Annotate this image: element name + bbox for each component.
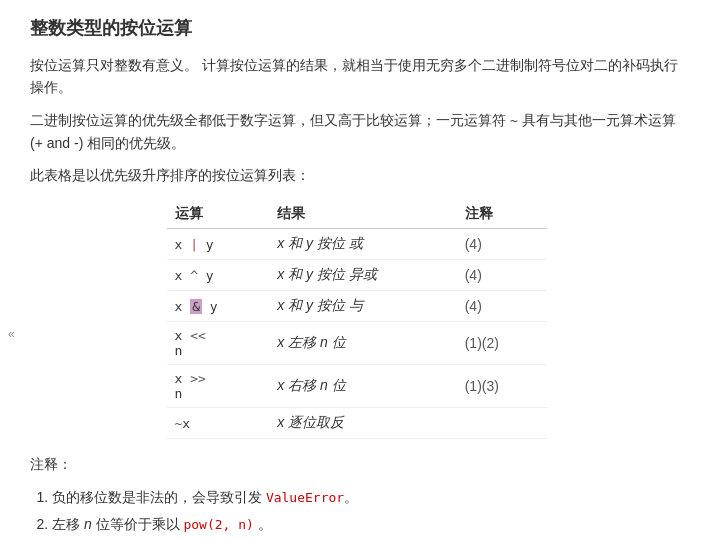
op-or: x | y xyxy=(167,229,270,260)
notes-label: 注释： xyxy=(30,453,683,475)
intro-paragraph-3: 此表格是以优先级升序排序的按位运算列表： xyxy=(30,164,683,186)
table-row: x ^ y x 和 y 按位 异或 (4) xyxy=(167,260,547,291)
op-xor: x ^ y xyxy=(167,260,270,291)
result-invert: x 逐位取反 xyxy=(269,408,457,439)
page-title: 整数类型的按位运算 xyxy=(30,16,683,40)
note-xor: (4) xyxy=(457,260,547,291)
list-item: 负的移位数是非法的，会导致引发 ValueError。 xyxy=(52,486,683,509)
note-or: (4) xyxy=(457,229,547,260)
col-header-note: 注释 xyxy=(457,200,547,229)
operations-table: 运算 结果 注释 x | y x 和 y 按位 或 (4) x ^ y x 和 … xyxy=(167,200,547,439)
op-invert: ~x xyxy=(167,408,270,439)
op-and: x & y xyxy=(167,291,270,322)
table-row: x <<n x 左移 n 位 (1)(2) xyxy=(167,322,547,365)
table-row: ~x x 逐位取反 xyxy=(167,408,547,439)
op-rshift: x >>n xyxy=(167,365,270,408)
col-header-result: 结果 xyxy=(269,200,457,229)
note-lshift: (1)(2) xyxy=(457,322,547,365)
op-lshift: x <<n xyxy=(167,322,270,365)
note-invert xyxy=(457,408,547,439)
list-item: 左移 n 位等价于乘以 pow(2, n) 。 xyxy=(52,513,683,536)
notes-section: 注释： 负的移位数是非法的，会导致引发 ValueError。 左移 n 位等价… xyxy=(30,453,683,539)
col-header-op: 运算 xyxy=(167,200,270,229)
result-xor: x 和 y 按位 异或 xyxy=(269,260,457,291)
table-row: x >>n x 右移 n 位 (1)(3) xyxy=(167,365,547,408)
operations-table-wrapper: 运算 结果 注释 x | y x 和 y 按位 或 (4) x ^ y x 和 … xyxy=(30,200,683,439)
side-arrow[interactable]: « xyxy=(8,327,15,341)
table-row: x & y x 和 y 按位 与 (4) xyxy=(167,291,547,322)
notes-list: 负的移位数是非法的，会导致引发 ValueError。 左移 n 位等价于乘以 … xyxy=(52,486,683,539)
result-rshift: x 右移 n 位 xyxy=(269,365,457,408)
intro-paragraph-1: 按位运算只对整数有意义。 计算按位运算的结果，就相当于使用无穷多个二进制制符号位… xyxy=(30,54,683,99)
note-rshift: (1)(3) xyxy=(457,365,547,408)
result-lshift: x 左移 n 位 xyxy=(269,322,457,365)
result-or: x 和 y 按位 或 xyxy=(269,229,457,260)
note-and: (4) xyxy=(457,291,547,322)
result-and: x 和 y 按位 与 xyxy=(269,291,457,322)
intro-paragraph-2: 二进制按位运算的优先级全都低于数字运算，但又高于比较运算；一元运算符 ~ 具有与… xyxy=(30,109,683,154)
table-row: x | y x 和 y 按位 或 (4) xyxy=(167,229,547,260)
